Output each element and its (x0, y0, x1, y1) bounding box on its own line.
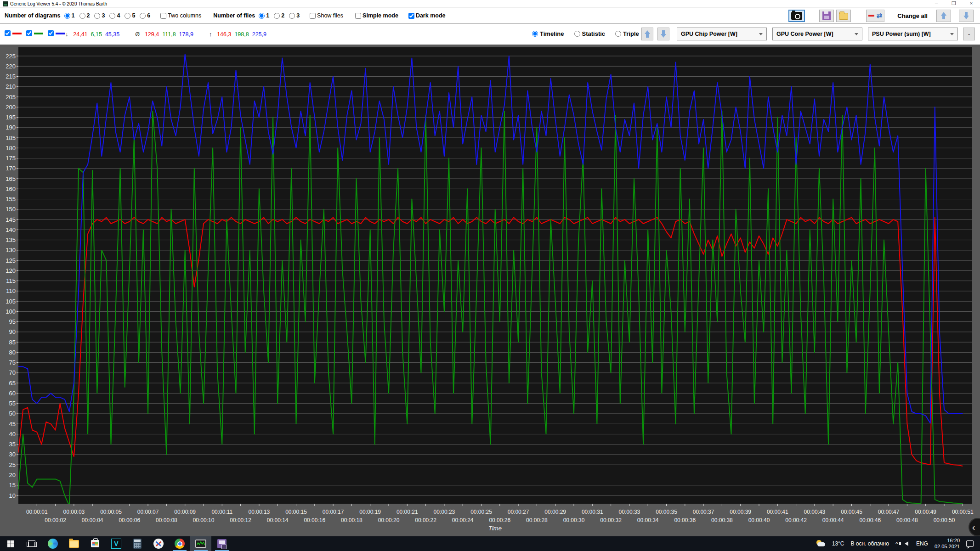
diagrams-radio-5[interactable] (125, 13, 130, 19)
taskbar-purple-app[interactable] (211, 536, 232, 551)
diagrams-radio-6[interactable] (140, 13, 146, 19)
save-button[interactable] (819, 10, 834, 22)
camera-icon (791, 12, 802, 20)
taskbar-calculator[interactable] (127, 536, 148, 551)
diagrams-radio-2[interactable] (79, 13, 85, 19)
diagram-down-button[interactable] (657, 28, 669, 40)
svg-text:115: 115 (6, 277, 16, 284)
max-red-value: 146,3 (217, 31, 231, 38)
diagrams-radio-1[interactable] (64, 13, 70, 19)
red-line-icon (868, 15, 874, 17)
series-green-checkbox[interactable] (26, 30, 32, 36)
hidden-icons-chevron[interactable]: ^ (895, 540, 898, 547)
svg-text:50: 50 (9, 410, 16, 417)
dark-mode-checkbox[interactable] (408, 13, 414, 19)
remove-channel-button[interactable]: - (963, 28, 975, 40)
svg-text:00:00:22: 00:00:22 (415, 517, 436, 523)
reload-button[interactable]: ⇄ (866, 10, 884, 22)
purple-app-icon (217, 539, 227, 548)
svg-text:00:00:13: 00:00:13 (249, 509, 270, 515)
two-columns-checkbox[interactable] (160, 13, 166, 19)
taskbar-chrome[interactable] (169, 536, 190, 551)
series-red-checkbox[interactable] (5, 30, 11, 36)
taskbar-file-explorer[interactable] (63, 536, 85, 551)
files-radio-3[interactable] (289, 13, 295, 19)
svg-text:00:00:21: 00:00:21 (397, 509, 418, 515)
weather-text[interactable]: В осн. облачно (851, 540, 889, 547)
diagrams-option-label: 5 (132, 12, 135, 19)
svg-text:90: 90 (9, 328, 16, 335)
taskbar-log-viewer[interactable] (190, 536, 211, 551)
svg-text:00:00:45: 00:00:45 (841, 509, 862, 515)
svg-text:60: 60 (9, 390, 16, 397)
channel-select-2[interactable]: GPU Core Power [W] (772, 28, 862, 40)
diagram-move-buttons (641, 28, 674, 40)
two-columns-label: Two columns (168, 12, 201, 19)
svg-text:85: 85 (9, 339, 16, 346)
vegas-app-icon: V (111, 539, 121, 549)
open-folder-button[interactable] (836, 10, 851, 22)
svg-text:00:00:04: 00:00:04 (82, 517, 103, 523)
svg-text:00:00:37: 00:00:37 (693, 509, 714, 515)
app-icon (3, 1, 8, 6)
statistic-radio[interactable] (574, 31, 580, 37)
svg-text:00:00:10: 00:00:10 (193, 517, 215, 523)
weather-temp[interactable]: 13°C (832, 540, 844, 547)
dark-mode-label: Dark mode (416, 12, 446, 19)
svg-text:190: 190 (6, 124, 16, 131)
svg-text:00:00:29: 00:00:29 (544, 509, 566, 515)
svg-text:00:00:20: 00:00:20 (378, 517, 400, 523)
arrow-up-icon (645, 30, 650, 38)
files-option-label: 1 (266, 12, 269, 19)
triple-radio[interactable] (615, 31, 621, 37)
diagrams-radio-3[interactable] (94, 13, 100, 19)
svg-text:95: 95 (9, 318, 16, 325)
diagram-up-button[interactable] (641, 28, 653, 40)
svg-text:200: 200 (6, 104, 16, 111)
diagrams-radio-4[interactable] (109, 13, 115, 19)
svg-text:00:00:23: 00:00:23 (434, 509, 455, 515)
arrow-up-icon (941, 12, 946, 19)
svg-text:150: 150 (6, 206, 16, 213)
channel-1-value: GPU Chip Power [W] (681, 31, 737, 37)
close-button[interactable]: × (963, 0, 980, 7)
timeline-chart[interactable]: 1015202530354045505560657075808590951001… (0, 45, 980, 536)
svg-text:20: 20 (9, 472, 16, 478)
channel-2-value: GPU Core Power [W] (776, 31, 833, 37)
speaker-icon[interactable] (905, 541, 908, 546)
files-radio-1[interactable] (259, 13, 265, 19)
channel-select-3[interactable]: PSU Power (sum) [W] (868, 28, 958, 40)
language-indicator[interactable]: ENG (916, 540, 928, 547)
svg-text:220: 220 (6, 63, 16, 70)
timeline-chart-panel[interactable]: 1015202530354045505560657075808590951001… (0, 45, 980, 536)
weather-icon[interactable] (816, 540, 826, 547)
change-all-down-button[interactable] (959, 10, 974, 22)
timeline-radio[interactable] (532, 31, 538, 37)
series-blue-checkbox[interactable] (48, 30, 54, 36)
action-center-icon[interactable] (966, 540, 974, 547)
svg-text:65: 65 (9, 380, 16, 387)
task-view-button[interactable] (21, 536, 42, 551)
svg-text:00:00:14: 00:00:14 (267, 517, 289, 523)
svg-text:00:00:01: 00:00:01 (26, 509, 48, 515)
svg-text:00:00:30: 00:00:30 (563, 517, 585, 523)
diagrams-option-label: 3 (102, 12, 105, 19)
taskbar-vegas[interactable]: V (106, 536, 127, 551)
taskbar-clock[interactable]: 16:20 02.05.2021 (935, 538, 960, 550)
restore-button[interactable]: ❐ (945, 0, 963, 7)
screenshot-button[interactable] (788, 10, 805, 22)
simple-mode-checkbox[interactable] (355, 13, 361, 19)
taskbar-snip-tool[interactable] (148, 536, 169, 551)
chevron-down-icon (855, 33, 858, 35)
channel-select-1[interactable]: GPU Chip Power [W] (677, 28, 767, 40)
svg-text:00:00:26: 00:00:26 (489, 517, 510, 523)
taskbar-edge[interactable] (42, 536, 63, 551)
minimize-button[interactable]: – (928, 0, 945, 7)
taskbar-store[interactable] (85, 536, 106, 551)
start-button[interactable] (0, 536, 21, 551)
svg-text:10: 10 (9, 492, 16, 499)
svg-text:00:00:39: 00:00:39 (730, 509, 751, 515)
show-files-checkbox[interactable] (310, 13, 316, 19)
change-all-up-button[interactable] (936, 10, 951, 22)
files-radio-2[interactable] (274, 13, 280, 19)
